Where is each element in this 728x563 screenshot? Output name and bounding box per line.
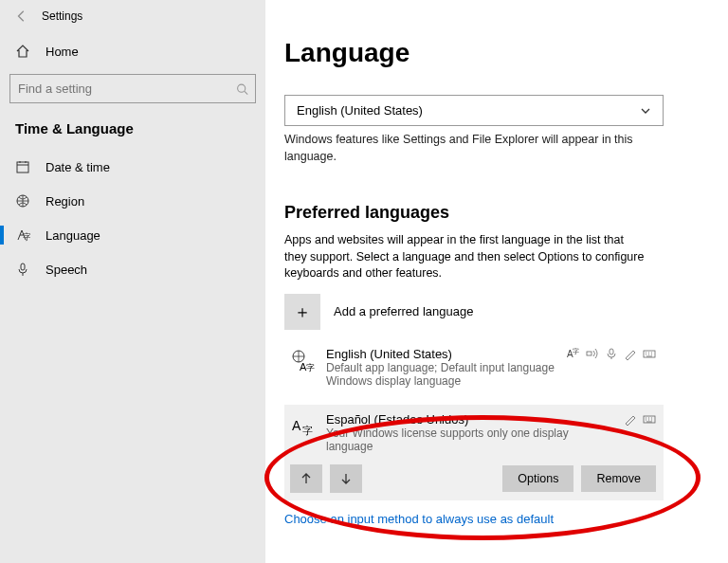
preferred-desc: Apps and websites will appear in the fir… (284, 232, 645, 282)
display-language-dropdown[interactable]: English (United States) (284, 95, 664, 126)
svg-rect-10 (587, 352, 592, 355)
sidebar: Settings Home Time & Language Date & tim… (0, 0, 265, 563)
language-icon: 字 (15, 227, 30, 243)
arrow-up-icon (300, 472, 313, 485)
language-item-spanish[interactable]: A字 Español (Estados Unidos) Your Windows… (284, 405, 664, 500)
arrow-down-icon (339, 472, 353, 485)
nav-label: Speech (46, 263, 87, 277)
tts-icon (586, 347, 599, 360)
svg-rect-4 (21, 263, 25, 270)
display-language-help: Windows features like Settings and File … (284, 132, 664, 165)
svg-point-0 (238, 84, 246, 92)
language-item-english[interactable]: A字 English (United States) Default app l… (284, 341, 664, 393)
page-title: Language (284, 38, 719, 68)
move-up-button[interactable] (290, 464, 322, 493)
nav-label: Date & time (46, 160, 110, 174)
language-sub: Your Windows license supports only one d… (326, 427, 612, 453)
plus-icon: ＋ (284, 294, 320, 330)
handwriting-icon (624, 347, 637, 360)
add-language-label: Add a preferred language (334, 304, 473, 318)
svg-text:字: 字 (23, 232, 30, 242)
search-input[interactable] (9, 74, 256, 103)
home-icon (15, 44, 30, 59)
globe-icon (15, 193, 30, 209)
mic-icon (15, 262, 30, 277)
sidebar-item-datetime[interactable]: Date & time (0, 150, 265, 184)
add-language-button[interactable]: ＋ Add a preferred language (284, 294, 719, 330)
calendar-icon (15, 159, 30, 174)
keyboard-icon (643, 412, 656, 426)
search-icon (236, 82, 248, 95)
language-badges (624, 412, 656, 426)
sidebar-item-speech[interactable]: Speech (0, 252, 265, 286)
language-sub: Default app language; Default input lang… (326, 361, 555, 374)
svg-text:字: 字 (302, 425, 313, 436)
language-name: English (United States) (326, 347, 555, 361)
sidebar-item-region[interactable]: Region (0, 184, 265, 218)
svg-text:字: 字 (306, 363, 315, 372)
nav-label: Region (46, 194, 84, 209)
handwriting-icon (624, 412, 637, 426)
options-button[interactable]: Options (502, 465, 573, 492)
svg-rect-11 (610, 349, 613, 354)
display-icon: A字 (567, 347, 580, 360)
back-icon[interactable] (15, 9, 28, 23)
sidebar-home-label: Home (46, 45, 79, 59)
language-name: Español (Estados Unidos) (326, 412, 612, 427)
app-title: Settings (42, 9, 82, 23)
content-area: Language English (United States) Windows… (284, 38, 719, 526)
svg-rect-1 (17, 162, 28, 173)
svg-text:A: A (292, 418, 301, 433)
section-title: Time & Language (0, 117, 265, 150)
display-language-value: English (United States) (297, 103, 423, 118)
svg-text:字: 字 (573, 348, 579, 354)
nav-label: Language (46, 228, 100, 243)
voice-icon (605, 347, 618, 360)
preferred-heading: Preferred languages (284, 203, 719, 223)
choose-input-link[interactable]: Choose an input method to always use as … (284, 512, 719, 526)
move-down-button[interactable] (330, 464, 362, 493)
language-pack-icon: A字 (290, 414, 315, 439)
language-pack-icon: A字 (290, 349, 315, 373)
sidebar-home[interactable]: Home (0, 36, 265, 66)
language-badges: A字 (567, 347, 656, 360)
sidebar-item-language[interactable]: 字 Language (0, 218, 265, 252)
language-sub2: Windows display language (326, 374, 555, 388)
remove-button[interactable]: Remove (581, 465, 656, 492)
keyboard-icon (643, 347, 656, 360)
chevron-down-icon (640, 105, 651, 117)
search-row (9, 74, 256, 103)
